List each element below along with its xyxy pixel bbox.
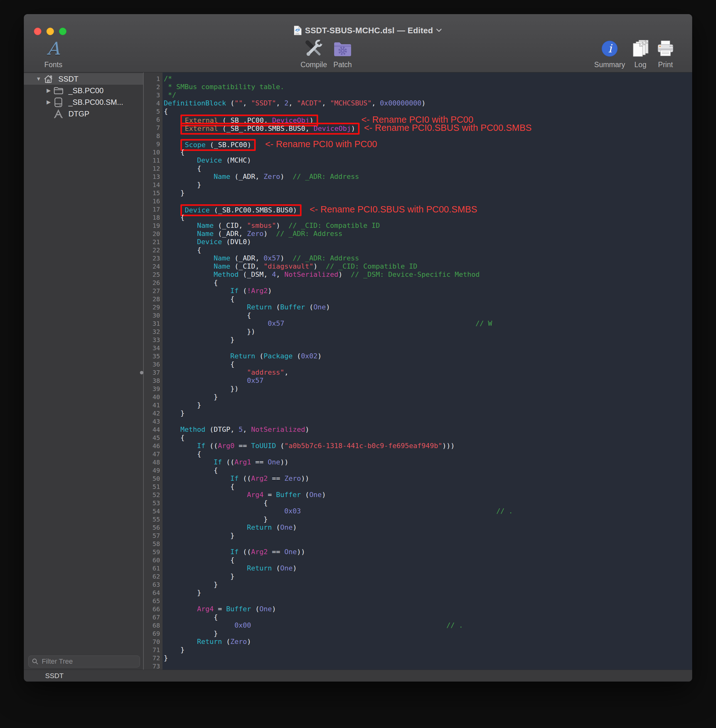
code-line[interactable]: */ [164,91,692,99]
code-line[interactable]: } [164,515,692,523]
code-line[interactable]: Return (Zero) [164,638,692,646]
code-line[interactable]: } [164,393,692,401]
code-line[interactable]: Name (_ADR, 0x57) // _ADR: Address [164,254,692,262]
code-line[interactable]: } [164,629,692,638]
code-line[interactable]: } [164,572,692,581]
code-line[interactable] [164,540,692,548]
code-line[interactable]: If ((Arg2 == Zero)) [164,475,692,482]
code-line[interactable]: { [164,613,692,621]
code-line[interactable]: 0x57 [164,376,692,385]
disclosure-triangle-down[interactable]: ▼ [35,76,42,82]
rename-annotation: <- Rename PCI0 with PC00 [265,139,377,149]
tree-item-sb-pc00-smbs[interactable]: ▶ _SB.PC00.SM... [24,96,143,108]
code-line[interactable]: Device (_SB.PC00.SMBS.BUS0)<- Rename PCI… [164,205,692,213]
line-number: 7 [144,124,162,132]
code-line[interactable]: { [164,246,692,254]
zoom-button[interactable] [59,27,67,35]
code-line[interactable]: Arg4 = Buffer (One) [164,491,692,499]
path-bar-item[interactable]: SSDT [45,672,64,680]
code-line[interactable]: Scope (_SB.PC00)<- Rename PCI0 with PC00 [164,140,692,148]
line-number: 45 [144,434,162,442]
code-line[interactable]: } [164,588,692,597]
line-number: 11 [144,156,162,164]
code-line[interactable]: * SMBus compatibility table. [164,83,692,91]
code-line[interactable]: } [164,409,692,417]
code-line[interactable]: Name (_ADR, Zero) // _ADR: Address [164,173,692,181]
code-line[interactable]: } [164,336,692,344]
code-line[interactable] [164,417,692,426]
code-line[interactable]: Method (_DSM, 4, NotSerialized) // _DSM:… [164,270,692,279]
code-line[interactable]: Device (DVL0) [164,238,692,246]
code-line[interactable]: If ((Arg2 == One)) [164,548,692,556]
code-line[interactable]: If ((Arg0 == ToUUID ("a0b5b7c6-1318-441c… [164,442,692,450]
line-number: 58 [144,540,162,548]
tree-item-dtgp[interactable]: DTGP [24,108,143,120]
code-line[interactable]: DefinitionBlock ("", "SSDT", 2, "ACDT", … [164,99,692,107]
method-tools-icon [53,109,64,118]
code-line[interactable]: } [164,646,692,654]
line-number: 25 [144,270,162,279]
code-line[interactable]: 0x03 // . [164,507,692,515]
code-line[interactable]: } [164,401,692,409]
code-line[interactable]: { [164,164,692,173]
line-number: 59 [144,548,162,556]
line-number: 34 [144,344,162,352]
code-line[interactable]: Return (Buffer (One) [164,303,692,311]
code-line[interactable]: Return (Package (0x02) [164,352,692,360]
code-line[interactable]: 0x00 // . [164,621,692,629]
code-editor[interactable]: 1234567891011121314151617181920212223242… [144,73,692,670]
line-number: 19 [144,221,162,230]
code-line[interactable]: Name (_ADR, Zero) // _ADR: Address [164,230,692,238]
chevron-down-icon[interactable] [436,29,442,32]
tree-item-sb-pc00[interactable]: ▶ _SB.PC00 [24,85,143,96]
code-line[interactable]: Return (One) [164,564,692,572]
code-line[interactable]: { [164,311,692,320]
line-number: 57 [144,532,162,540]
code-line[interactable]: { [164,466,692,475]
code-line[interactable]: { [164,556,692,564]
code-line[interactable]: } [164,189,692,197]
code-line[interactable]: { [164,499,692,507]
code-line[interactable]: Method (DTGP, 5, NotSerialized) [164,426,692,434]
code-line[interactable]: { [164,360,692,369]
fonts-button[interactable]: A Fonts [31,39,75,69]
code-line[interactable] [164,662,692,670]
code-line[interactable]: { [164,295,692,303]
code-line[interactable]: }) [164,385,692,393]
code-line[interactable] [164,344,692,352]
code-line[interactable]: Device (MCHC) [164,156,692,164]
code-line[interactable]: } [164,181,692,189]
line-number: 42 [144,409,162,417]
code-line[interactable]: 0x57 // W [164,320,692,328]
code-line[interactable]: If ((Arg1 == One)) [164,458,692,466]
code-line[interactable]: { [164,450,692,458]
code-line[interactable]: { [164,279,692,287]
code-line[interactable]: { [164,482,692,491]
code-line[interactable]: } [164,532,692,540]
code-line[interactable]: Name (_CID, "smbus") // _CID: Compatible… [164,221,692,230]
minimize-button[interactable] [46,27,54,35]
code-line[interactable]: } [164,581,692,588]
disclosure-triangle-right[interactable]: ▶ [44,87,53,94]
patch-button[interactable]: Patch [321,39,365,69]
close-button[interactable] [34,27,41,35]
code-line[interactable]: /* [164,75,692,83]
code-line[interactable] [164,597,692,605]
code-line[interactable]: } [164,654,692,662]
code-content[interactable]: /* * SMBus compatibility table. */Defini… [162,73,692,670]
code-line[interactable]: Return (One) [164,523,692,532]
filter-tree-input[interactable] [41,657,137,666]
code-line[interactable]: If (!Arg2) [164,287,692,295]
line-number: 66 [144,605,162,613]
code-line[interactable]: Name (_CID, "diagsvault") // _CID: Compa… [164,262,692,270]
print-button[interactable]: Print [643,39,687,69]
code-line[interactable]: Arg4 = Buffer (One) [164,605,692,613]
disclosure-triangle-right[interactable]: ▶ [44,99,53,105]
code-line[interactable]: { [164,434,692,442]
print-printer-icon [656,39,675,58]
line-number: 63 [144,581,162,588]
code-line[interactable]: External (_SB_.PC00.SMBS.BUS0, DeviceObj… [164,124,692,132]
code-line[interactable]: "address", [164,369,692,376]
tree-item-ssdt[interactable]: ▼ SSDT [24,73,143,85]
code-line[interactable]: }) [164,328,692,336]
